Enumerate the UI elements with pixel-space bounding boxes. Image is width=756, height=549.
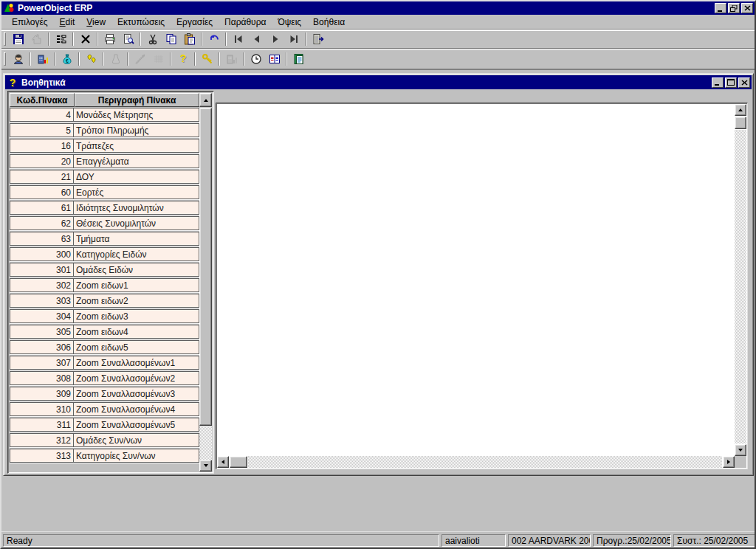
table-row[interactable]: 311Zoom Συναλλασομένων5 bbox=[10, 418, 199, 432]
table-row[interactable]: 60Εορτές bbox=[10, 185, 199, 199]
table-row[interactable]: 305Zoom ειδων4 bbox=[10, 325, 199, 339]
save-icon bbox=[13, 33, 24, 45]
cut-button[interactable] bbox=[143, 31, 162, 47]
nav-prev-icon bbox=[251, 33, 263, 45]
menu-item-1[interactable]: Edit bbox=[54, 15, 81, 29]
row-code: 63 bbox=[10, 232, 74, 245]
table-row[interactable]: 303Zoom ειδων2 bbox=[10, 294, 199, 308]
table-row[interactable]: 20Επαγγέλματα bbox=[10, 154, 199, 168]
column-header-code[interactable]: Κωδ.Πίνακα bbox=[10, 93, 75, 107]
row-description: Zoom ειδων5 bbox=[74, 341, 199, 353]
table-row[interactable]: 62Θέσεις Συνομιλητών bbox=[10, 216, 199, 230]
table-row[interactable]: 307Zoom Συναλλασομένων1 bbox=[10, 356, 199, 370]
scroll-down-button[interactable] bbox=[199, 460, 212, 472]
production-icon bbox=[134, 53, 146, 65]
row-description: Zoom ειδων3 bbox=[74, 310, 199, 322]
print-button[interactable] bbox=[100, 31, 119, 47]
scroll-up-button[interactable] bbox=[735, 104, 746, 116]
tables-grid: Κωδ.Πίνακα Περιγραφή Πίνακα 4Μονάδες Μέτ… bbox=[7, 91, 214, 474]
table-row[interactable]: 301Ομάδες Ειδών bbox=[10, 263, 199, 277]
table-row[interactable]: 21ΔΟΥ bbox=[10, 170, 199, 184]
child-maximize-button[interactable] bbox=[725, 77, 737, 88]
restore-button[interactable] bbox=[728, 3, 740, 13]
table-row[interactable]: 63Τμήματα bbox=[10, 232, 199, 246]
table-row[interactable]: 309Zoom Συναλλασομένων3 bbox=[10, 387, 199, 401]
view-horizontal-scrollbar bbox=[217, 456, 735, 468]
menu-item-3[interactable]: Εκτυπώσεις bbox=[111, 15, 171, 29]
scroll-right-button[interactable] bbox=[723, 456, 735, 468]
scrollbar-track[interactable] bbox=[199, 426, 212, 460]
table-row[interactable]: 308Zoom Συναλλασομένων2 bbox=[10, 371, 199, 385]
customers-button[interactable] bbox=[9, 51, 27, 67]
table-row[interactable]: 5Τρόποι Πληρωμής bbox=[10, 123, 199, 137]
table-row[interactable]: 312Ομάδες Συν/νων bbox=[10, 433, 199, 447]
menu-item-0[interactable]: Επιλογές bbox=[6, 15, 54, 29]
menu-item-4[interactable]: Εργασίες bbox=[171, 15, 219, 29]
print-preview-button[interactable] bbox=[119, 31, 137, 47]
menu-item-6[interactable]: Όψεις bbox=[272, 15, 307, 29]
table-row[interactable]: 16Τράπεζες bbox=[10, 139, 199, 153]
cash-icon: € bbox=[61, 53, 73, 65]
toolbar-grip[interactable] bbox=[4, 52, 6, 66]
items-button[interactable] bbox=[82, 51, 100, 67]
toolbar-separator bbox=[243, 52, 244, 66]
menu-item-7[interactable]: Βοήθεια bbox=[307, 15, 351, 29]
scrollbar-thumb[interactable] bbox=[735, 117, 746, 129]
delete-button[interactable] bbox=[76, 31, 94, 47]
close-button[interactable] bbox=[741, 3, 753, 13]
scrollbar-thumb[interactable] bbox=[199, 108, 212, 426]
help-button[interactable]: ?? bbox=[173, 51, 192, 67]
notes-button[interactable] bbox=[289, 51, 308, 67]
scrollbar-thumb[interactable] bbox=[230, 456, 247, 468]
row-code: 16 bbox=[10, 139, 74, 152]
scrollbar-track[interactable] bbox=[248, 456, 722, 468]
table-row[interactable]: 306Zoom ειδων5 bbox=[10, 340, 199, 354]
table-row[interactable]: 304Zoom ειδων3 bbox=[10, 309, 199, 323]
records-outline-button[interactable] bbox=[52, 31, 70, 47]
copy-button[interactable] bbox=[162, 31, 180, 47]
row-description: Ομάδες Ειδών bbox=[74, 263, 199, 276]
cash-button[interactable]: € bbox=[58, 51, 76, 67]
status-bar: Ready aaivalioti 002 AARDVARK 2002 Προγρ… bbox=[1, 531, 755, 548]
save-button[interactable] bbox=[9, 31, 27, 47]
ledger-icon bbox=[269, 53, 281, 65]
table-row[interactable]: 302Zoom ειδων1 bbox=[10, 278, 199, 292]
child-close-button[interactable] bbox=[738, 77, 750, 88]
scroll-left-button[interactable] bbox=[217, 456, 229, 468]
table-row[interactable]: 61Ιδιότητες Συνομιλητών bbox=[10, 201, 199, 215]
table-row[interactable]: 313Κατηγορίες Συν/νων bbox=[10, 449, 199, 463]
minimize-button[interactable] bbox=[715, 3, 726, 13]
table-row[interactable]: 4Μονάδες Μέτρησης bbox=[10, 108, 199, 122]
security-button[interactable] bbox=[198, 51, 216, 67]
scrollbar-track[interactable] bbox=[735, 130, 746, 443]
grid-vertical-scrollbar bbox=[199, 93, 212, 472]
application-window: PowerObject ERP ΕπιλογέςEditViewΕκτυπώσε… bbox=[0, 0, 756, 549]
row-code: 303 bbox=[10, 294, 74, 307]
table-row[interactable]: 300Κατηγορίες Ειδών bbox=[10, 247, 199, 261]
row-description: Ομάδες Συν/νων bbox=[74, 434, 199, 446]
exit-button[interactable] bbox=[309, 31, 327, 47]
toolbar-grip[interactable] bbox=[4, 32, 6, 46]
nav-last-button[interactable] bbox=[284, 31, 303, 47]
menu-item-5[interactable]: Παράθυρα bbox=[219, 15, 272, 29]
menu-item-2[interactable]: View bbox=[80, 15, 111, 29]
menu-bar: ΕπιλογέςEditViewΕκτυπώσειςΕργασίεςΠαράθυ… bbox=[1, 15, 755, 30]
undo-button[interactable] bbox=[205, 31, 223, 47]
child-minimize-button[interactable] bbox=[712, 77, 724, 88]
nav-next-button[interactable] bbox=[266, 31, 284, 47]
nav-first-button[interactable] bbox=[229, 31, 247, 47]
app-title: PowerObject ERP bbox=[18, 3, 715, 13]
scroll-up-button[interactable] bbox=[199, 93, 212, 107]
column-header-description[interactable]: Περιγραφή Πίνακα bbox=[75, 93, 199, 107]
approve-icon bbox=[31, 33, 43, 45]
table-row[interactable]: 310Zoom Συναλλασομένων4 bbox=[10, 402, 199, 416]
scroll-down-button[interactable] bbox=[735, 444, 746, 456]
toolbar-separator bbox=[286, 52, 287, 66]
undo-icon bbox=[208, 33, 220, 45]
company-button[interactable] bbox=[33, 51, 52, 67]
nav-prev-button[interactable] bbox=[247, 31, 266, 47]
time-button[interactable] bbox=[247, 51, 265, 67]
ledger-button[interactable] bbox=[265, 51, 284, 67]
paste-button[interactable] bbox=[180, 31, 199, 47]
row-code: 309 bbox=[10, 387, 74, 400]
